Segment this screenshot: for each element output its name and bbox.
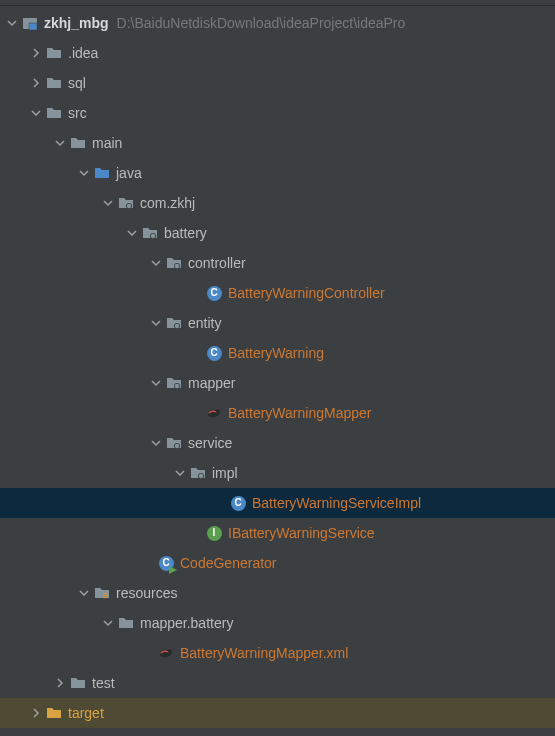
svg-point-14 (175, 444, 179, 448)
folder-icon (46, 75, 62, 91)
tree-row-resources[interactable]: resources (0, 578, 555, 608)
svg-rect-2 (29, 23, 37, 30)
tree-label: CodeGenerator (180, 555, 277, 571)
chevron-down-icon[interactable] (150, 257, 162, 269)
chevron-down-icon[interactable] (78, 587, 90, 599)
svg-point-4 (127, 204, 131, 208)
tree-row-service[interactable]: service (0, 428, 555, 458)
tree-row-main[interactable]: main (0, 128, 555, 158)
chevron-down-icon[interactable] (150, 437, 162, 449)
chevron-right-icon[interactable] (54, 677, 66, 689)
tree-label: BatteryWarningServiceImpl (252, 495, 421, 511)
svg-rect-19 (103, 595, 108, 596)
class-icon: C (206, 285, 222, 301)
tree-label: battery (164, 225, 207, 241)
tree-label: BatteryWarning (228, 345, 324, 361)
tree-label: BatteryWarningMapper.xml (180, 645, 348, 661)
tree-row-class-bwserviceimpl[interactable]: C BatteryWarningServiceImpl (0, 488, 555, 518)
source-folder-icon (94, 165, 110, 181)
tree-row-class-bwcontroller[interactable]: C BatteryWarningController (0, 278, 555, 308)
interface-icon: I (206, 525, 222, 541)
tree-row-src[interactable]: src (0, 98, 555, 128)
svg-point-10 (175, 324, 179, 328)
tree-label: IBatteryWarningService (228, 525, 375, 541)
tree-label: entity (188, 315, 221, 331)
folder-icon (70, 675, 86, 691)
mybatis-xml-icon (158, 645, 174, 661)
tree-row-target[interactable]: target (0, 698, 555, 728)
tree-label: impl (212, 465, 238, 481)
package-icon (118, 195, 134, 211)
tree-label: sql (68, 75, 86, 91)
tree-row-class-bw[interactable]: C BatteryWarning (0, 338, 555, 368)
runnable-class-icon: C (158, 555, 174, 571)
tree-row-entity[interactable]: entity (0, 308, 555, 338)
chevron-right-icon[interactable] (30, 47, 42, 59)
svg-point-16 (199, 474, 203, 478)
chevron-down-icon[interactable] (102, 197, 114, 209)
tree-label: BatteryWarningMapper (228, 405, 371, 421)
tree-label: mapper (188, 375, 235, 391)
chevron-down-icon[interactable] (150, 377, 162, 389)
tree-row-impl[interactable]: impl (0, 458, 555, 488)
chevron-right-icon[interactable] (30, 707, 42, 719)
package-icon (166, 375, 182, 391)
class-icon: C (230, 495, 246, 511)
tree-row-sql[interactable]: sql (0, 68, 555, 98)
chevron-down-icon[interactable] (6, 17, 18, 29)
project-path: D:\BaiduNetdiskDownload\ideaProject\idea… (117, 15, 406, 31)
package-icon (166, 255, 182, 271)
package-icon (190, 465, 206, 481)
folder-icon (70, 135, 86, 151)
svg-point-12 (175, 384, 179, 388)
chevron-down-icon[interactable] (150, 317, 162, 329)
module-icon (22, 15, 38, 31)
tree-row-controller[interactable]: controller (0, 248, 555, 278)
tree-label: test (92, 675, 115, 691)
tree-row-battery[interactable]: battery (0, 218, 555, 248)
tree-row-test[interactable]: test (0, 668, 555, 698)
chevron-right-icon[interactable] (30, 77, 42, 89)
tree-label: mapper.battery (140, 615, 233, 631)
tree-row-class-codegen[interactable]: C CodeGenerator (0, 548, 555, 578)
folder-icon (46, 45, 62, 61)
svg-point-8 (175, 264, 179, 268)
resources-folder-icon (94, 585, 110, 601)
folder-icon (118, 615, 134, 631)
svg-point-6 (151, 234, 155, 238)
svg-rect-20 (103, 597, 108, 598)
tree-label: service (188, 435, 232, 451)
tree-row-idea[interactable]: .idea (0, 38, 555, 68)
project-name: zkhj_mbg (44, 15, 109, 31)
chevron-down-icon[interactable] (78, 167, 90, 179)
tree-row-mapper-battery[interactable]: mapper.battery (0, 608, 555, 638)
excluded-folder-icon (46, 705, 62, 721)
tree-row-interface-ibwservice[interactable]: I IBatteryWarningService (0, 518, 555, 548)
chevron-down-icon[interactable] (174, 467, 186, 479)
folder-icon (46, 105, 62, 121)
mybatis-mapper-icon (206, 405, 222, 421)
tree-row-file-mapper-xml[interactable]: BatteryWarningMapper.xml (0, 638, 555, 668)
project-tree: zkhj_mbg D:\BaiduNetdiskDownload\ideaPro… (0, 6, 555, 728)
package-icon (166, 315, 182, 331)
tree-row-java[interactable]: java (0, 158, 555, 188)
svg-rect-1 (23, 18, 28, 21)
chevron-down-icon[interactable] (54, 137, 66, 149)
tree-row-project-root[interactable]: zkhj_mbg D:\BaiduNetdiskDownload\ideaPro… (0, 8, 555, 38)
chevron-down-icon[interactable] (30, 107, 42, 119)
tree-label: java (116, 165, 142, 181)
chevron-down-icon[interactable] (102, 617, 114, 629)
svg-rect-18 (103, 593, 108, 594)
tree-label: main (92, 135, 122, 151)
tree-label: controller (188, 255, 246, 271)
tree-label: com.zkhj (140, 195, 195, 211)
svg-marker-17 (169, 566, 177, 574)
tree-label: BatteryWarningController (228, 285, 385, 301)
tree-row-com-zkhj[interactable]: com.zkhj (0, 188, 555, 218)
tree-label: .idea (68, 45, 98, 61)
class-icon: C (206, 345, 222, 361)
tree-label: target (68, 705, 104, 721)
chevron-down-icon[interactable] (126, 227, 138, 239)
tree-row-class-bwmapper[interactable]: BatteryWarningMapper (0, 398, 555, 428)
tree-row-mapper[interactable]: mapper (0, 368, 555, 398)
